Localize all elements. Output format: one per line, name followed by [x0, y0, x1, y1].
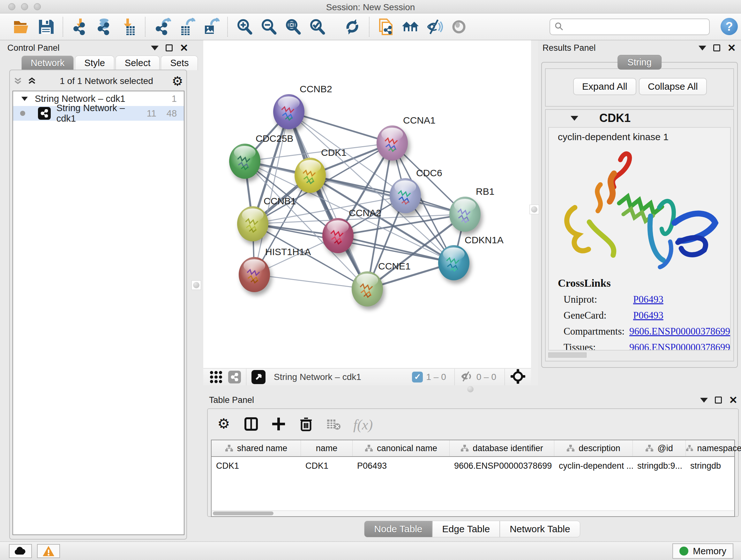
columns-icon[interactable] [244, 416, 259, 433]
left-splitter-grip[interactable] [192, 280, 201, 290]
tab-sets[interactable]: Sets [161, 56, 198, 70]
import-database-icon[interactable] [94, 17, 114, 37]
tab-network-table[interactable]: Network Table [500, 521, 580, 537]
collapse-gene-icon[interactable] [570, 116, 578, 121]
protein-thumbnail [327, 226, 349, 247]
memory-button[interactable]: Memory [672, 543, 733, 559]
table-gear-icon[interactable]: ⚙ [216, 416, 231, 433]
zoom-selected-icon[interactable] [307, 17, 327, 37]
node-cdc25b[interactable] [229, 144, 260, 179]
home-icon[interactable] [401, 17, 420, 37]
column-header[interactable]: @id [633, 440, 686, 456]
network-options-gear-icon[interactable]: ⚙ [172, 75, 183, 87]
selected-nodes-checkbox[interactable]: ✓ [412, 372, 423, 382]
warnings-button[interactable] [37, 544, 60, 558]
tab-edge-table[interactable]: Edge Table [432, 521, 500, 537]
node-ccna1[interactable] [377, 125, 408, 161]
hide-unhide-icon[interactable] [425, 17, 445, 37]
table-row[interactable]: CDK1CDK1P064939606.ENSP00000378699cyclin… [212, 457, 734, 475]
node-rb1[interactable] [449, 197, 481, 232]
results-scrollbar[interactable] [548, 353, 587, 358]
zoom-in-icon[interactable] [234, 17, 254, 37]
selected-count: 1 – 0 [426, 372, 446, 382]
node-ccnb1[interactable] [237, 206, 268, 241]
import-network-icon[interactable] [70, 17, 90, 37]
tab-network[interactable]: Network [21, 56, 74, 70]
control-panel: Control Panel ✕ NetworkStyleSelectSets 1… [5, 42, 191, 540]
crosslink-link[interactable]: P06493 [633, 294, 664, 305]
clone-network-icon[interactable] [376, 17, 396, 37]
table-horizontal-scrollbar[interactable] [211, 510, 735, 517]
node-ccne1[interactable] [352, 271, 383, 307]
zoom-out-icon[interactable] [259, 17, 279, 37]
column-header[interactable]: shared name [212, 440, 301, 456]
collapse-panel-icon[interactable] [698, 46, 706, 51]
grid-view-icon[interactable] [209, 369, 223, 385]
vertical-splitter[interactable] [531, 40, 538, 385]
tree-icon [686, 444, 693, 452]
collapse-all-button[interactable]: Collapse All [639, 78, 707, 95]
export-network-icon[interactable] [152, 17, 172, 37]
birdseye-view-icon[interactable] [252, 370, 266, 384]
expand-all-button[interactable]: Expand All [573, 78, 636, 95]
search-input[interactable] [549, 18, 710, 35]
warning-icon [42, 545, 55, 557]
crosslink-link[interactable]: P06493 [633, 310, 664, 321]
node-hist1h1a[interactable] [239, 257, 270, 292]
node-label-rb1: RB1 [476, 186, 494, 197]
collapse-panel-icon[interactable] [700, 398, 708, 402]
collapse-panel-icon[interactable] [151, 46, 158, 51]
close-panel-icon[interactable]: ✕ [729, 395, 738, 405]
table-cell: CDK1 [212, 457, 301, 475]
refresh-icon[interactable] [342, 17, 362, 37]
toolbar-separator [227, 17, 228, 37]
splitter-grip[interactable] [466, 384, 475, 394]
network-canvas[interactable]: CCNB2CCNA1CDC25BCDK1CDC6RB1CCNB1CCNA2CDK… [203, 40, 531, 368]
crosslink-link[interactable]: 9606.ENSP00000378699 [629, 326, 730, 337]
expand-all-icon[interactable] [27, 76, 37, 86]
column-header[interactable]: canonical name [353, 440, 450, 456]
protein-thumbnail [244, 265, 266, 287]
clear-table-icon[interactable] [326, 416, 341, 433]
node-label-cdkn1a: CDKN1A [465, 235, 503, 246]
node-cdc6[interactable] [390, 178, 421, 213]
fit-selected-icon[interactable] [510, 368, 526, 386]
export-table-icon[interactable] [177, 17, 196, 37]
node-ccnb2[interactable] [273, 94, 305, 129]
inspect-icon[interactable] [449, 17, 469, 37]
tab-string[interactable]: String [617, 55, 662, 70]
open-session-icon[interactable] [12, 17, 31, 37]
float-panel-icon[interactable] [165, 44, 173, 51]
cloud-status-button[interactable] [9, 544, 32, 558]
node-cdkn1a[interactable] [438, 245, 469, 280]
network-view-icon[interactable] [228, 371, 241, 383]
close-panel-icon[interactable]: ✕ [727, 43, 736, 53]
column-header[interactable]: database identifier [450, 440, 554, 456]
import-table-icon[interactable] [118, 17, 138, 37]
crosslink-link[interactable]: 9606.ENSP00000378699 [629, 341, 730, 351]
tab-select[interactable]: Select [116, 56, 160, 70]
function-builder-icon[interactable]: f(x) [353, 417, 373, 433]
network-list-row[interactable]: String Network – cdk11148 [13, 106, 184, 121]
save-session-icon[interactable] [36, 17, 56, 37]
column-header[interactable]: description [554, 440, 633, 456]
tab-node-table[interactable]: Node Table [364, 521, 432, 537]
export-image-icon[interactable] [201, 17, 220, 37]
float-panel-icon[interactable] [715, 396, 722, 403]
node-cdk1[interactable] [294, 158, 326, 193]
hidden-elements-icon[interactable] [460, 370, 473, 384]
column-header[interactable]: name [301, 440, 353, 456]
column-header[interactable]: namespace [686, 440, 741, 456]
tab-style[interactable]: Style [75, 56, 114, 70]
add-column-icon[interactable] [271, 416, 286, 433]
close-panel-icon[interactable]: ✕ [180, 43, 188, 53]
collapse-all-icon[interactable] [13, 76, 23, 86]
splitter-grip[interactable] [529, 205, 539, 214]
expand-collection-icon[interactable] [21, 97, 28, 101]
float-panel-icon[interactable] [713, 44, 720, 51]
zoom-fit-icon[interactable] [283, 17, 303, 37]
node-ccna2[interactable] [322, 218, 354, 253]
node-label-cdc6: CDC6 [416, 168, 442, 179]
help-button[interactable]: ? [721, 18, 738, 35]
delete-column-icon[interactable] [298, 416, 314, 433]
